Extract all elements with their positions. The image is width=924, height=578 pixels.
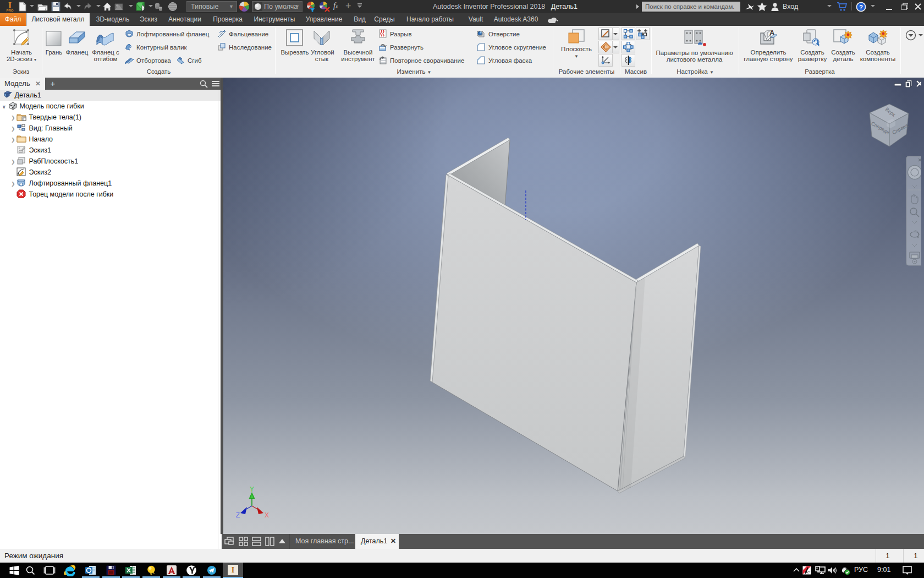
svg-text:Y: Y: [250, 486, 254, 493]
svg-text:X: X: [265, 511, 269, 519]
svg-text:Z: Z: [236, 511, 240, 519]
svg-text:?: ?: [859, 4, 863, 10]
